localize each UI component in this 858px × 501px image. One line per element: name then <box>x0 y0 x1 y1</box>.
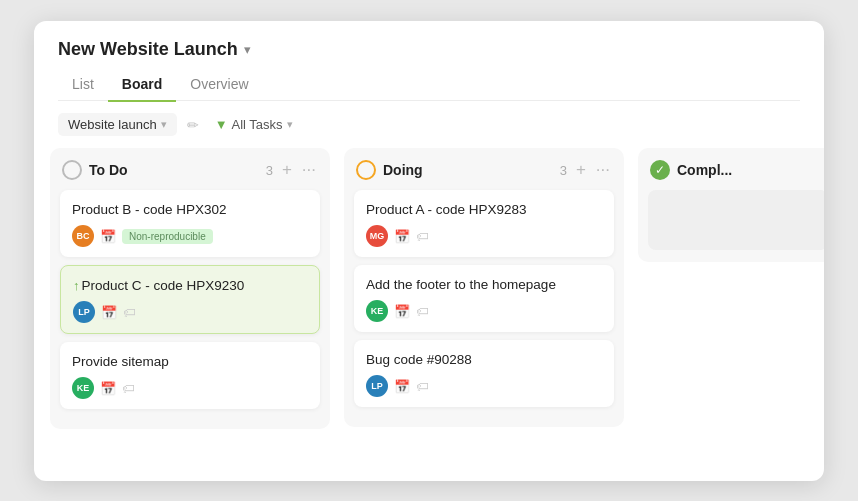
all-tasks-label: All Tasks <box>232 117 283 132</box>
filter-funnel-icon: ▼ <box>215 117 228 132</box>
tab-overview[interactable]: Overview <box>176 70 262 102</box>
column-header-todo: To Do 3 + ··· <box>50 148 330 190</box>
task-card[interactable]: Product B - code HPX302 BC 📅 Non-reprodu… <box>60 190 320 257</box>
calendar-icon: 📅 <box>100 381 116 396</box>
doing-status-icon <box>356 160 376 180</box>
label-icon: 🏷 <box>416 304 429 319</box>
task-meta: KE 📅 🏷 <box>366 300 602 322</box>
priority-arrow-icon: ↑ <box>73 278 80 293</box>
card-header: New Website Launch ▾ List Board Overview <box>34 21 824 102</box>
todo-status-icon <box>62 160 82 180</box>
calendar-icon: 📅 <box>101 305 117 320</box>
task-title: Product B - code HPX302 <box>72 202 308 217</box>
doing-col-title: Doing <box>383 162 551 178</box>
column-todo: To Do 3 + ··· Product B - code HPX302 BC… <box>50 148 330 429</box>
edit-icon[interactable]: ✏ <box>187 117 199 133</box>
calendar-icon: 📅 <box>394 229 410 244</box>
task-title: Provide sitemap <box>72 354 308 369</box>
calendar-icon: 📅 <box>394 304 410 319</box>
label-icon: 🏷 <box>122 381 135 396</box>
filter-row: Website launch ▾ ✏ ▼ All Tasks ▾ <box>34 113 824 148</box>
sprint-filter-button[interactable]: Website launch ▾ <box>58 113 177 136</box>
task-card[interactable]: Add the footer to the homepage KE 📅 🏷 <box>354 265 614 332</box>
column-doing: Doing 3 + ··· Product A - code HPX9283 M… <box>344 148 624 427</box>
all-tasks-filter-button[interactable]: ▼ All Tasks ▾ <box>209 113 299 136</box>
board-area: To Do 3 + ··· Product B - code HPX302 BC… <box>34 148 824 449</box>
task-meta: KE 📅 🏷 <box>72 377 308 399</box>
done-preview-body <box>648 190 824 250</box>
todo-col-title: To Do <box>89 162 257 178</box>
task-meta: LP 📅 🏷 <box>73 301 307 323</box>
done-status-icon: ✓ <box>650 160 670 180</box>
todo-add-button[interactable]: + <box>280 160 294 180</box>
project-title: New Website Launch <box>58 39 238 60</box>
project-chevron-icon[interactable]: ▾ <box>244 42 251 57</box>
task-meta: MG 📅 🏷 <box>366 225 602 247</box>
task-card[interactable]: Product A - code HPX9283 MG 📅 🏷 <box>354 190 614 257</box>
avatar: KE <box>72 377 94 399</box>
sprint-chevron-icon: ▾ <box>161 118 167 131</box>
doing-more-button[interactable]: ··· <box>594 160 612 180</box>
task-card[interactable]: Bug code #90288 LP 📅 🏷 <box>354 340 614 407</box>
todo-col-actions: + ··· <box>280 160 318 180</box>
completed-col-title: Compl... <box>677 162 824 178</box>
task-card[interactable]: Provide sitemap KE 📅 🏷 <box>60 342 320 409</box>
doing-col-actions: + ··· <box>574 160 612 180</box>
tag-badge: Non-reproducible <box>122 229 213 244</box>
column-header-completed: ✓ Compl... <box>638 148 824 190</box>
tab-board[interactable]: Board <box>108 70 176 102</box>
doing-add-button[interactable]: + <box>574 160 588 180</box>
label-icon: 🏷 <box>416 229 429 244</box>
task-title: Product A - code HPX9283 <box>366 202 602 217</box>
task-meta: BC 📅 Non-reproducible <box>72 225 308 247</box>
label-icon: 🏷 <box>123 305 136 320</box>
calendar-icon: 📅 <box>394 379 410 394</box>
all-tasks-chevron-icon: ▾ <box>287 118 293 131</box>
main-card: New Website Launch ▾ List Board Overview… <box>34 21 824 481</box>
avatar: KE <box>366 300 388 322</box>
tab-list[interactable]: List <box>58 70 108 102</box>
avatar: BC <box>72 225 94 247</box>
doing-col-count: 3 <box>560 163 567 178</box>
todo-col-count: 3 <box>266 163 273 178</box>
avatar: LP <box>366 375 388 397</box>
column-header-doing: Doing 3 + ··· <box>344 148 624 190</box>
task-card-highlighted[interactable]: ↑Product C - code HPX9230 LP 📅 🏷 <box>60 265 320 334</box>
avatar: MG <box>366 225 388 247</box>
tabs-row: List Board Overview <box>58 70 800 102</box>
task-title: ↑Product C - code HPX9230 <box>73 278 307 293</box>
task-title: Bug code #90288 <box>366 352 602 367</box>
checkmark-icon: ✓ <box>655 163 665 177</box>
project-title-row: New Website Launch ▾ <box>58 39 800 60</box>
label-icon: 🏷 <box>416 379 429 394</box>
sprint-label: Website launch <box>68 117 157 132</box>
task-meta: LP 📅 🏷 <box>366 375 602 397</box>
calendar-icon: 📅 <box>100 229 116 244</box>
column-completed: ✓ Compl... <box>638 148 824 262</box>
todo-more-button[interactable]: ··· <box>300 160 318 180</box>
task-title: Add the footer to the homepage <box>366 277 602 292</box>
avatar: LP <box>73 301 95 323</box>
